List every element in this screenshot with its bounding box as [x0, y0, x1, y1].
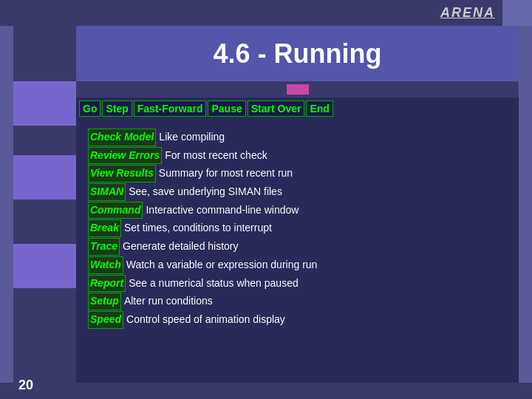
list-item: Trace Generate detailed history — [88, 238, 507, 256]
top-bar: ARENA — [0, 0, 532, 26]
left-deco-2 — [13, 155, 76, 200]
list-item: View Results Summary for most recent run — [88, 165, 507, 183]
top-right-box — [502, 0, 532, 26]
nav-bar: Go Step Fast-Forward Pause Start Over En… — [76, 98, 519, 120]
desc-trace: Generate detailed history — [123, 239, 238, 255]
desc-command: Interactive command-line window — [146, 202, 299, 219]
list-item: Watch Watch a variable or expression dur… — [88, 256, 507, 274]
desc-siman: See, save underlying SIMAN files — [129, 184, 282, 200]
desc-break: Set times, conditions to interrupt — [124, 220, 272, 236]
title-section: 4.6 - Running — [76, 26, 519, 81]
right-strip — [519, 0, 532, 399]
keyword-trace: Trace — [88, 238, 120, 256]
page-number: 20 — [18, 378, 33, 393]
list-item: Report See a numerical status when pause… — [88, 275, 507, 293]
nav-start-over[interactable]: Start Over — [248, 100, 305, 117]
keyword-report: Report — [88, 275, 126, 293]
keyword-review-errors: Review Errors — [88, 147, 162, 165]
list-item: Setup Alter run conditions — [88, 293, 507, 310]
list-item: Speed Control speed of animation display — [88, 311, 507, 329]
arena-logo: ARENA — [440, 5, 495, 21]
keyword-setup: Setup — [88, 293, 121, 310]
bottom-bar — [0, 383, 532, 399]
desc-report: See a numerical status when paused — [129, 276, 299, 292]
keyword-watch: Watch — [88, 256, 123, 274]
list-item: SIMAN See, save underlying SIMAN files — [88, 183, 507, 201]
desc-speed: Control speed of animation display — [126, 312, 285, 328]
main-content: Check Model Like compiling Review Errors… — [76, 120, 519, 383]
keyword-siman: SIMAN — [88, 183, 126, 201]
h-bar-inner — [287, 84, 309, 95]
desc-setup: Alter run conditions — [124, 293, 213, 310]
nav-step[interactable]: Step — [102, 100, 132, 117]
desc-view-results: Summary for most recent run — [159, 166, 293, 182]
desc-check-model: Like compiling — [159, 129, 225, 146]
left-strip — [0, 0, 13, 399]
nav-fast-forward[interactable]: Fast-Forward — [134, 100, 207, 117]
desc-review-errors: For most recent check — [165, 148, 267, 164]
left-sidebar — [13, 0, 76, 399]
nav-go[interactable]: Go — [79, 100, 100, 117]
keyword-view-results: View Results — [88, 165, 156, 183]
list-item: Break Set times, conditions to interrupt — [88, 219, 507, 237]
keyword-command: Command — [88, 202, 143, 219]
list-item: Command Interactive command-line window — [88, 202, 507, 219]
left-deco-3 — [13, 244, 76, 288]
left-deco-1 — [13, 81, 76, 126]
h-bar — [76, 81, 519, 98]
desc-watch: Watch a variable or expression during ru… — [126, 257, 318, 273]
keyword-speed: Speed — [88, 311, 123, 329]
nav-pause[interactable]: Pause — [208, 100, 245, 117]
nav-end[interactable]: End — [306, 100, 332, 117]
page-title: 4.6 - Running — [214, 38, 382, 69]
keyword-check-model: Check Model — [88, 129, 156, 146]
keyword-break: Break — [88, 219, 121, 237]
list-item: Check Model Like compiling — [88, 129, 507, 146]
list-item: Review Errors For most recent check — [88, 147, 507, 165]
